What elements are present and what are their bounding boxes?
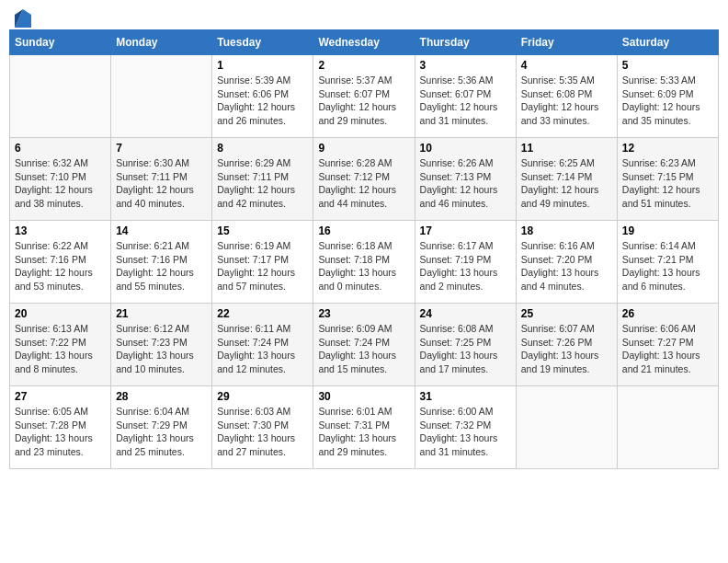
- calendar-cell: 26Sunrise: 6:06 AM Sunset: 7:27 PM Dayli…: [617, 304, 718, 386]
- day-info: Sunrise: 6:21 AM Sunset: 7:16 PM Dayligh…: [116, 239, 207, 293]
- day-info: Sunrise: 6:00 AM Sunset: 7:32 PM Dayligh…: [420, 405, 511, 459]
- day-number: 16: [318, 224, 409, 237]
- day-number: 11: [521, 142, 612, 155]
- day-number: 8: [217, 142, 308, 155]
- day-info: Sunrise: 6:04 AM Sunset: 7:29 PM Dayligh…: [116, 405, 207, 459]
- day-number: 30: [318, 390, 409, 403]
- calendar-cell: [10, 55, 111, 138]
- logo: [13, 9, 31, 24]
- day-number: 5: [622, 59, 713, 72]
- day-info: Sunrise: 6:13 AM Sunset: 7:22 PM Dayligh…: [15, 322, 106, 376]
- day-header-saturday: Saturday: [617, 30, 718, 55]
- page-header: [9, 9, 719, 24]
- day-info: Sunrise: 6:25 AM Sunset: 7:14 PM Dayligh…: [521, 156, 612, 211]
- day-number: 6: [15, 142, 106, 155]
- calendar-week-row: 20Sunrise: 6:13 AM Sunset: 7:22 PM Dayli…: [10, 304, 719, 386]
- day-number: 22: [217, 307, 308, 320]
- calendar-table: SundayMondayTuesdayWednesdayThursdayFrid…: [9, 29, 719, 469]
- day-info: Sunrise: 6:30 AM Sunset: 7:11 PM Dayligh…: [116, 156, 207, 211]
- day-number: 21: [116, 307, 207, 320]
- day-info: Sunrise: 6:14 AM Sunset: 7:21 PM Dayligh…: [622, 239, 713, 293]
- day-number: 23: [318, 307, 409, 320]
- day-number: 14: [116, 224, 207, 237]
- calendar-cell: 31Sunrise: 6:00 AM Sunset: 7:32 PM Dayli…: [415, 386, 516, 469]
- day-info: Sunrise: 6:09 AM Sunset: 7:24 PM Dayligh…: [318, 322, 409, 376]
- day-info: Sunrise: 6:05 AM Sunset: 7:28 PM Dayligh…: [15, 405, 106, 459]
- day-number: 13: [15, 224, 106, 237]
- calendar-cell: 5Sunrise: 5:33 AM Sunset: 6:09 PM Daylig…: [617, 55, 718, 138]
- calendar-cell: 8Sunrise: 6:29 AM Sunset: 7:11 PM Daylig…: [212, 138, 313, 221]
- day-info: Sunrise: 6:03 AM Sunset: 7:30 PM Dayligh…: [217, 405, 308, 459]
- day-number: 7: [116, 142, 207, 155]
- calendar-cell: 7Sunrise: 6:30 AM Sunset: 7:11 PM Daylig…: [111, 138, 212, 221]
- calendar-cell: 18Sunrise: 6:16 AM Sunset: 7:20 PM Dayli…: [516, 221, 617, 304]
- day-info: Sunrise: 6:07 AM Sunset: 7:26 PM Dayligh…: [521, 322, 612, 376]
- day-info: Sunrise: 6:18 AM Sunset: 7:18 PM Dayligh…: [318, 239, 409, 293]
- day-number: 3: [420, 59, 511, 72]
- day-number: 28: [116, 390, 207, 403]
- day-info: Sunrise: 6:08 AM Sunset: 7:25 PM Dayligh…: [420, 322, 511, 376]
- calendar-cell: 25Sunrise: 6:07 AM Sunset: 7:26 PM Dayli…: [516, 304, 617, 386]
- day-info: Sunrise: 6:06 AM Sunset: 7:27 PM Dayligh…: [622, 322, 713, 376]
- day-info: Sunrise: 6:01 AM Sunset: 7:31 PM Dayligh…: [318, 405, 409, 459]
- day-number: 25: [521, 307, 612, 320]
- calendar-cell: [617, 386, 718, 469]
- day-info: Sunrise: 6:17 AM Sunset: 7:19 PM Dayligh…: [420, 239, 511, 293]
- day-header-friday: Friday: [516, 30, 617, 55]
- day-info: Sunrise: 6:19 AM Sunset: 7:17 PM Dayligh…: [217, 239, 308, 293]
- day-info: Sunrise: 6:32 AM Sunset: 7:10 PM Dayligh…: [15, 156, 106, 211]
- day-info: Sunrise: 6:28 AM Sunset: 7:12 PM Dayligh…: [318, 156, 409, 211]
- calendar-cell: 30Sunrise: 6:01 AM Sunset: 7:31 PM Dayli…: [313, 386, 415, 469]
- calendar-cell: 21Sunrise: 6:12 AM Sunset: 7:23 PM Dayli…: [111, 304, 212, 386]
- day-info: Sunrise: 5:33 AM Sunset: 6:09 PM Dayligh…: [622, 74, 713, 128]
- day-info: Sunrise: 6:12 AM Sunset: 7:23 PM Dayligh…: [116, 322, 207, 376]
- calendar-cell: 13Sunrise: 6:22 AM Sunset: 7:16 PM Dayli…: [10, 221, 111, 304]
- calendar-cell: [516, 386, 617, 469]
- day-number: 24: [420, 307, 511, 320]
- calendar-cell: 11Sunrise: 6:25 AM Sunset: 7:14 PM Dayli…: [516, 138, 617, 221]
- day-number: 9: [318, 142, 409, 155]
- day-info: Sunrise: 6:23 AM Sunset: 7:15 PM Dayligh…: [622, 156, 713, 211]
- day-info: Sunrise: 6:11 AM Sunset: 7:24 PM Dayligh…: [217, 322, 308, 376]
- day-info: Sunrise: 5:35 AM Sunset: 6:08 PM Dayligh…: [521, 74, 612, 128]
- calendar-cell: 17Sunrise: 6:17 AM Sunset: 7:19 PM Dayli…: [415, 221, 516, 304]
- day-info: Sunrise: 6:29 AM Sunset: 7:11 PM Dayligh…: [217, 156, 308, 211]
- day-number: 10: [420, 142, 511, 155]
- calendar-cell: 28Sunrise: 6:04 AM Sunset: 7:29 PM Dayli…: [111, 386, 212, 469]
- calendar-cell: 19Sunrise: 6:14 AM Sunset: 7:21 PM Dayli…: [617, 221, 718, 304]
- day-info: Sunrise: 6:26 AM Sunset: 7:13 PM Dayligh…: [420, 156, 511, 211]
- calendar-cell: 15Sunrise: 6:19 AM Sunset: 7:17 PM Dayli…: [212, 221, 313, 304]
- calendar-cell: 27Sunrise: 6:05 AM Sunset: 7:28 PM Dayli…: [10, 386, 111, 469]
- day-number: 4: [521, 59, 612, 72]
- day-header-wednesday: Wednesday: [313, 30, 415, 55]
- calendar-cell: 10Sunrise: 6:26 AM Sunset: 7:13 PM Dayli…: [415, 138, 516, 221]
- calendar-cell: 14Sunrise: 6:21 AM Sunset: 7:16 PM Dayli…: [111, 221, 212, 304]
- day-header-thursday: Thursday: [415, 30, 516, 55]
- day-number: 17: [420, 224, 511, 237]
- calendar-header-row: SundayMondayTuesdayWednesdayThursdayFrid…: [10, 30, 719, 55]
- logo-icon: [15, 9, 31, 28]
- calendar-week-row: 27Sunrise: 6:05 AM Sunset: 7:28 PM Dayli…: [10, 386, 719, 469]
- calendar-cell: 29Sunrise: 6:03 AM Sunset: 7:30 PM Dayli…: [212, 386, 313, 469]
- calendar-cell: 2Sunrise: 5:37 AM Sunset: 6:07 PM Daylig…: [313, 55, 415, 138]
- day-header-tuesday: Tuesday: [212, 30, 313, 55]
- day-number: 29: [217, 390, 308, 403]
- calendar-cell: 24Sunrise: 6:08 AM Sunset: 7:25 PM Dayli…: [415, 304, 516, 386]
- day-info: Sunrise: 5:39 AM Sunset: 6:06 PM Dayligh…: [217, 74, 308, 128]
- calendar-cell: 12Sunrise: 6:23 AM Sunset: 7:15 PM Dayli…: [617, 138, 718, 221]
- day-info: Sunrise: 5:37 AM Sunset: 6:07 PM Dayligh…: [318, 74, 409, 128]
- day-info: Sunrise: 6:22 AM Sunset: 7:16 PM Dayligh…: [15, 239, 106, 293]
- calendar-cell: 6Sunrise: 6:32 AM Sunset: 7:10 PM Daylig…: [10, 138, 111, 221]
- day-info: Sunrise: 5:36 AM Sunset: 6:07 PM Dayligh…: [420, 74, 511, 128]
- calendar-cell: 9Sunrise: 6:28 AM Sunset: 7:12 PM Daylig…: [313, 138, 415, 221]
- day-number: 15: [217, 224, 308, 237]
- day-info: Sunrise: 6:16 AM Sunset: 7:20 PM Dayligh…: [521, 239, 612, 293]
- calendar-cell: 1Sunrise: 5:39 AM Sunset: 6:06 PM Daylig…: [212, 55, 313, 138]
- calendar-cell: 23Sunrise: 6:09 AM Sunset: 7:24 PM Dayli…: [313, 304, 415, 386]
- day-number: 1: [217, 59, 308, 72]
- calendar-cell: 4Sunrise: 5:35 AM Sunset: 6:08 PM Daylig…: [516, 55, 617, 138]
- day-number: 20: [15, 307, 106, 320]
- day-number: 2: [318, 59, 409, 72]
- day-header-sunday: Sunday: [10, 30, 111, 55]
- day-number: 27: [15, 390, 106, 403]
